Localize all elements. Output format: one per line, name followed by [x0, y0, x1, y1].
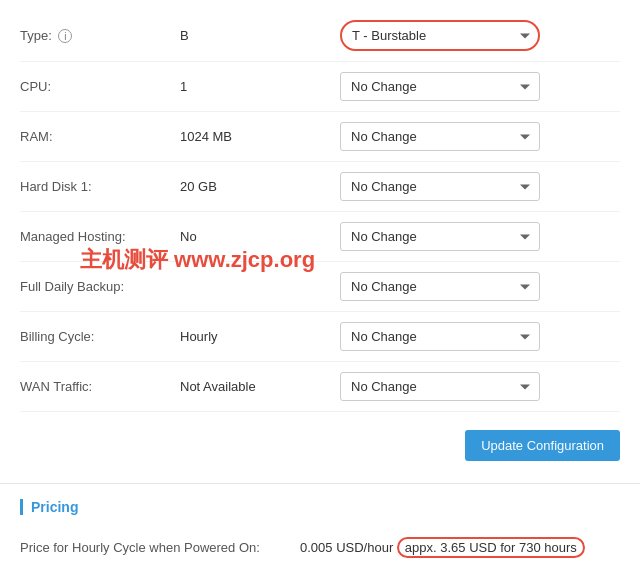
- update-configuration-button[interactable]: Update Configuration: [465, 430, 620, 461]
- config-row: Managed Hosting:NoNo ChangeYesNo: [20, 212, 620, 262]
- row-label: CPU:: [20, 79, 180, 94]
- config-select[interactable]: No Change20 GB40 GB80 GB: [340, 172, 540, 201]
- row-label: Type: i: [20, 28, 180, 44]
- config-row: Billing Cycle:HourlyNo ChangeHourlyMonth…: [20, 312, 620, 362]
- pricing-value: 0.005 USD/hour appx. 3.65 USD for 730 ho…: [300, 537, 620, 558]
- row-control: T - BurstableStandardHigh Memory: [340, 20, 620, 51]
- config-select[interactable]: T - BurstableStandardHigh Memory: [340, 20, 540, 51]
- row-current-value: Not Available: [180, 379, 340, 394]
- row-control: No Change124: [340, 72, 620, 101]
- row-current-value: 1: [180, 79, 340, 94]
- config-section: Type: iBT - BurstableStandardHigh Memory…: [0, 0, 640, 484]
- config-select[interactable]: No ChangeYesNo: [340, 222, 540, 251]
- row-control: No Change100 GB500 GBUnlimited: [340, 372, 620, 401]
- select-wrapper: No ChangeYesNo: [340, 272, 540, 301]
- config-select[interactable]: No Change512 MB1024 MB2048 MB: [340, 122, 540, 151]
- pricing-highlight-value: appx. 3.65 USD for 730 hours: [397, 537, 585, 558]
- config-row: RAM:1024 MBNo Change512 MB1024 MB2048 MB: [20, 112, 620, 162]
- pricing-row: Price for Hourly Cycle when Powered Off:…: [20, 566, 620, 570]
- row-control: No Change20 GB40 GB80 GB: [340, 172, 620, 201]
- pricing-section: Pricing Price for Hourly Cycle when Powe…: [0, 484, 640, 570]
- row-control: No ChangeHourlyMonthlyAnnual: [340, 322, 620, 351]
- row-current-value: 20 GB: [180, 179, 340, 194]
- row-control: No ChangeYesNo: [340, 272, 620, 301]
- config-row: Hard Disk 1:20 GBNo Change20 GB40 GB80 G…: [20, 162, 620, 212]
- config-select[interactable]: No ChangeHourlyMonthlyAnnual: [340, 322, 540, 351]
- row-current-value: B: [180, 28, 340, 43]
- select-wrapper: No ChangeYesNo: [340, 222, 540, 251]
- config-row: Full Daily Backup:No ChangeYesNo: [20, 262, 620, 312]
- row-label: Hard Disk 1:: [20, 179, 180, 194]
- select-wrapper: No Change512 MB1024 MB2048 MB: [340, 122, 540, 151]
- select-wrapper: T - BurstableStandardHigh Memory: [340, 20, 540, 51]
- pricing-base-value: 0.005 USD/hour: [300, 540, 397, 555]
- pricing-title: Pricing: [20, 499, 620, 515]
- row-label: Managed Hosting:: [20, 229, 180, 244]
- select-wrapper: No ChangeHourlyMonthlyAnnual: [340, 322, 540, 351]
- select-wrapper: No Change100 GB500 GBUnlimited: [340, 372, 540, 401]
- row-label: WAN Traffic:: [20, 379, 180, 394]
- config-select[interactable]: No Change100 GB500 GBUnlimited: [340, 372, 540, 401]
- row-control: No ChangeYesNo: [340, 222, 620, 251]
- row-label: Full Daily Backup:: [20, 279, 180, 294]
- row-current-value: Hourly: [180, 329, 340, 344]
- row-label: RAM:: [20, 129, 180, 144]
- info-icon: i: [58, 29, 72, 43]
- pricing-label: Price for Hourly Cycle when Powered On:: [20, 540, 300, 555]
- config-row: Type: iBT - BurstableStandardHigh Memory: [20, 10, 620, 62]
- row-control: No Change512 MB1024 MB2048 MB: [340, 122, 620, 151]
- row-current-value: 1024 MB: [180, 129, 340, 144]
- config-select[interactable]: No Change124: [340, 72, 540, 101]
- row-current-value: No: [180, 229, 340, 244]
- select-wrapper: No Change20 GB40 GB80 GB: [340, 172, 540, 201]
- config-row: WAN Traffic:Not AvailableNo Change100 GB…: [20, 362, 620, 412]
- select-wrapper: No Change124: [340, 72, 540, 101]
- pricing-row: Price for Hourly Cycle when Powered On:0…: [20, 529, 620, 566]
- config-select[interactable]: No ChangeYesNo: [340, 272, 540, 301]
- row-label: Billing Cycle:: [20, 329, 180, 344]
- config-row: CPU:1No Change124: [20, 62, 620, 112]
